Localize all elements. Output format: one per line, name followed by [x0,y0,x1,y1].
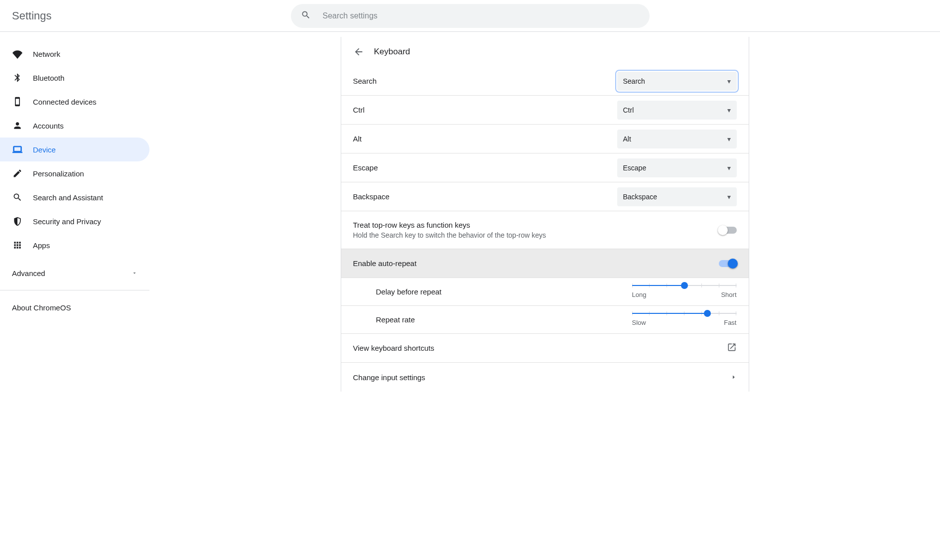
rate-slider-row: Repeat rate Slow Fast [341,306,749,334]
sidebar-item-label: Network [33,50,60,58]
chevron-right-icon [731,373,737,382]
view-shortcuts-link[interactable]: View keyboard shortcuts [341,334,749,363]
sidebar-item-connected-devices[interactable]: Connected devices [0,90,149,114]
chevron-down-icon: ▾ [727,193,731,201]
sidebar-item-label: Connected devices [33,98,97,106]
delay-label: Delay before repeat [376,287,442,296]
keymap-label: Search [353,77,377,85]
keymap-dropdown-ctrl[interactable]: Ctrl ▾ [617,101,737,120]
search-input[interactable] [323,11,640,20]
keymap-label: Ctrl [353,106,365,114]
app-title: Settings [12,9,52,22]
rate-label: Repeat rate [376,315,415,324]
link-label: View keyboard shortcuts [353,344,434,352]
sidebar-about-label: About ChromeOS [12,303,71,312]
sidebar-item-device[interactable]: Device [0,138,149,161]
chevron-down-icon: ▾ [727,77,731,85]
keymap-dropdown-escape[interactable]: Escape ▾ [617,158,737,177]
delay-right-label: Short [721,291,736,298]
keymap-label: Escape [353,163,378,172]
sidebar-item-label: Device [33,145,56,154]
search-icon [301,10,311,22]
sidebar-item-label: Personalization [33,169,84,178]
sidebar-item-bluetooth[interactable]: Bluetooth [0,66,149,90]
keymap-label: Backspace [353,192,390,201]
chevron-down-icon: ▾ [727,164,731,172]
keymap-dropdown-search[interactable]: Search ▾ [617,72,737,91]
keymap-row-search: Search Search ▾ [341,67,749,96]
rate-right-label: Fast [724,319,736,326]
main-panel: Keyboard Search Search ▾ Ctrl Ctrl ▾ Alt [341,37,749,392]
rate-slider[interactable] [632,313,737,314]
toprow-subtitle: Hold the Search key to switch the behavi… [353,231,546,239]
rate-left-label: Slow [632,319,646,326]
sidebar-advanced-label: Advanced [12,269,45,278]
app-header: Settings [0,0,940,32]
sidebar: Network Bluetooth Connected devices Acco… [0,32,149,392]
page-header: Keyboard [341,37,749,67]
toprow-function-keys-row: Treat top-row keys as function keys Hold… [341,211,749,249]
keymap-row-backspace: Backspace Backspace ▾ [341,182,749,211]
laptop-icon [12,144,23,154]
change-input-settings-link[interactable]: Change input settings [341,363,749,392]
sidebar-item-network[interactable]: Network [0,42,149,66]
link-label: Change input settings [353,373,425,382]
auto-repeat-toggle[interactable] [719,260,737,267]
dropdown-value: Ctrl [623,106,634,114]
toprow-toggle[interactable] [719,227,737,234]
dropdown-value: Alt [623,135,631,143]
chevron-down-icon [132,269,137,278]
sidebar-divider [0,290,149,290]
search-box[interactable] [291,4,650,28]
person-icon [12,121,23,131]
keymap-row-ctrl: Ctrl Ctrl ▾ [341,96,749,125]
auto-repeat-title: Enable auto-repeat [353,259,417,268]
keymap-label: Alt [353,135,362,143]
chevron-down-icon: ▾ [727,135,731,143]
dropdown-value: Backspace [623,193,657,201]
sidebar-about[interactable]: About ChromeOS [0,295,149,320]
search-icon [12,192,23,202]
keymap-row-alt: Alt Alt ▾ [341,125,749,153]
sidebar-advanced[interactable]: Advanced [0,261,149,285]
sidebar-item-label: Bluetooth [33,74,64,82]
open-external-icon [727,342,737,354]
phone-icon [12,97,23,107]
sidebar-item-apps[interactable]: Apps [0,233,149,257]
sidebar-item-label: Security and Privacy [33,217,101,226]
auto-repeat-row: Enable auto-repeat [341,249,749,278]
page-title: Keyboard [374,47,410,57]
dropdown-value: Escape [623,164,647,172]
toprow-title: Treat top-row keys as function keys [353,221,546,229]
sidebar-item-label: Apps [33,241,50,250]
delay-slider[interactable] [632,285,737,286]
keymap-row-escape: Escape Escape ▾ [341,153,749,182]
shield-icon [12,216,23,226]
keymap-dropdown-backspace[interactable]: Backspace ▾ [617,187,737,206]
sidebar-item-security-privacy[interactable]: Security and Privacy [0,209,149,233]
delay-left-label: Long [632,291,647,298]
sidebar-item-label: Search and Assistant [33,193,103,202]
back-button[interactable] [353,46,364,57]
sidebar-item-search-assistant[interactable]: Search and Assistant [0,185,149,209]
sidebar-item-label: Accounts [33,122,64,130]
delay-slider-row: Delay before repeat Long Short [341,278,749,306]
bluetooth-icon [12,73,23,83]
sidebar-item-personalization[interactable]: Personalization [0,161,149,185]
dropdown-value: Search [623,77,645,85]
chevron-down-icon: ▾ [727,106,731,114]
keymap-dropdown-alt[interactable]: Alt ▾ [617,130,737,148]
edit-icon [12,168,23,178]
wifi-icon [12,49,23,59]
apps-icon [12,240,23,250]
sidebar-item-accounts[interactable]: Accounts [0,114,149,138]
